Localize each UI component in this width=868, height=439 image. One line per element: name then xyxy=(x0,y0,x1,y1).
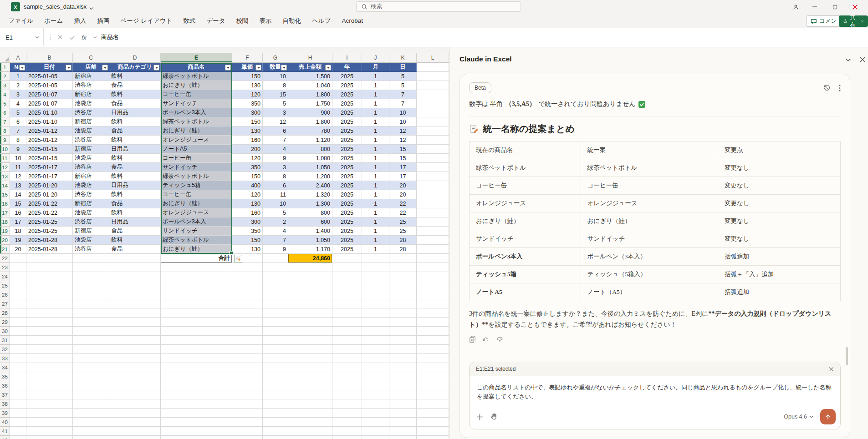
account-button[interactable] xyxy=(786,0,805,14)
cell-C25[interactable] xyxy=(73,281,109,290)
cell-C35[interactable] xyxy=(73,372,109,381)
more-options-icon[interactable] xyxy=(839,84,841,92)
cell-B7[interactable]: 2025-01-10 xyxy=(26,117,73,126)
cell-J30[interactable] xyxy=(362,327,389,336)
close-button[interactable] xyxy=(845,0,864,14)
document-title[interactable]: sample_sales_data.xlsx xyxy=(24,3,87,10)
cell-H36[interactable] xyxy=(288,381,332,390)
cell-E2[interactable]: 緑茶ペットボトル xyxy=(161,72,232,81)
ribbon-tab[interactable]: 表示 xyxy=(254,14,277,28)
cell-I10[interactable]: 2025 xyxy=(332,145,362,154)
cell-L10[interactable] xyxy=(417,145,449,154)
row-header-2[interactable]: 2 xyxy=(0,72,10,81)
cell-G29[interactable] xyxy=(263,318,288,327)
cell-B5[interactable]: 2025-01-07 xyxy=(26,99,73,108)
col-header-J[interactable]: J xyxy=(362,53,389,63)
ribbon-tab[interactable]: ページ レイアウト xyxy=(115,14,178,28)
cell-K25[interactable] xyxy=(389,281,417,290)
cell-G23[interactable] xyxy=(263,263,288,272)
cell-L39[interactable] xyxy=(417,409,449,418)
cell-C36[interactable] xyxy=(73,381,109,390)
cell-D25[interactable] xyxy=(109,281,161,290)
cell-L13[interactable] xyxy=(417,172,449,181)
row-header-12[interactable]: 12 xyxy=(0,163,10,172)
cell-L25[interactable] xyxy=(417,281,449,290)
cell-F33[interactable] xyxy=(232,354,263,363)
cell-A17[interactable]: 16 xyxy=(10,208,26,217)
cell-I17[interactable]: 2025 xyxy=(332,208,362,217)
cell-E25[interactable] xyxy=(161,281,232,290)
cell-G26[interactable] xyxy=(263,290,288,299)
cell-A14[interactable]: 13 xyxy=(10,181,26,190)
col-header-C[interactable]: C xyxy=(73,53,109,63)
cell-K14[interactable]: 20 xyxy=(389,181,417,190)
cell-D17[interactable]: 飲料 xyxy=(109,208,161,217)
cell-J16[interactable]: 1 xyxy=(362,199,389,208)
cell-C13[interactable]: 新宿店 xyxy=(73,172,109,181)
cell-G13[interactable]: 8 xyxy=(263,172,288,181)
cell-H37[interactable] xyxy=(288,390,332,399)
cell-G16[interactable]: 10 xyxy=(263,199,288,208)
cell-K42[interactable] xyxy=(389,436,417,439)
cell-I25[interactable] xyxy=(332,281,362,290)
cell-J42[interactable] xyxy=(362,436,389,439)
cell-H34[interactable] xyxy=(288,363,332,372)
row-header-13[interactable]: 13 xyxy=(0,172,10,181)
cell-F16[interactable]: 130 xyxy=(232,199,263,208)
cell-H7[interactable]: 1,800 xyxy=(288,117,332,126)
cell-I4[interactable]: 2025 xyxy=(332,90,362,99)
cell-B27[interactable] xyxy=(26,299,73,308)
cell-C16[interactable]: 新宿店 xyxy=(73,199,109,208)
cell-I14[interactable]: 2025 xyxy=(332,181,362,190)
cell-H12[interactable]: 1,050 xyxy=(288,163,332,172)
confirm-entry-icon[interactable] xyxy=(69,35,75,40)
cell-B39[interactable] xyxy=(26,409,73,418)
row-header-41[interactable]: 41 xyxy=(0,427,10,436)
cell-F3[interactable]: 130 xyxy=(232,81,263,90)
cell-I7[interactable]: 2025 xyxy=(332,117,362,126)
cell-I21[interactable]: 2025 xyxy=(332,245,362,254)
cell-F25[interactable] xyxy=(232,281,263,290)
cell-K28[interactable] xyxy=(389,308,417,318)
filter-dropdown-icon[interactable] xyxy=(225,65,231,71)
cell-A24[interactable] xyxy=(10,272,26,281)
cell-L7[interactable] xyxy=(417,117,449,126)
cell-F34[interactable] xyxy=(232,363,263,372)
cell-D5[interactable]: 食品 xyxy=(109,99,161,108)
cell-L1[interactable] xyxy=(417,63,449,72)
flash-fill-options-icon[interactable] xyxy=(234,255,242,263)
cell-F4[interactable]: 120 xyxy=(232,90,263,99)
cell-B34[interactable] xyxy=(26,363,73,372)
cell-K24[interactable] xyxy=(389,272,417,281)
cell-L42[interactable] xyxy=(417,436,449,439)
col-header-D[interactable]: D xyxy=(109,53,161,63)
cell-I9[interactable]: 2025 xyxy=(332,136,362,145)
cell-G22[interactable] xyxy=(263,254,288,263)
ribbon-tab[interactable]: ヘルプ xyxy=(306,14,336,28)
cell-E38[interactable] xyxy=(161,399,232,409)
cell-C1[interactable]: 店舗 xyxy=(73,63,109,72)
cell-B4[interactable]: 2025-01-07 xyxy=(26,90,73,99)
cell-I18[interactable]: 2025 xyxy=(332,217,362,227)
cell-E22[interactable]: 合計 xyxy=(161,254,232,263)
cell-E41[interactable] xyxy=(161,427,232,436)
cell-K40[interactable] xyxy=(389,418,417,427)
cell-F1[interactable]: 単価 xyxy=(232,63,263,72)
cell-K3[interactable]: 5 xyxy=(389,81,417,90)
cell-A22[interactable] xyxy=(10,254,26,263)
cell-B29[interactable] xyxy=(26,318,73,327)
cell-L17[interactable] xyxy=(417,208,449,217)
cell-L31[interactable] xyxy=(417,336,449,345)
cell-I27[interactable] xyxy=(332,299,362,308)
insert-function-button[interactable]: fx xyxy=(82,34,87,41)
cell-J26[interactable] xyxy=(362,290,389,299)
cell-J28[interactable] xyxy=(362,308,389,318)
cell-I30[interactable] xyxy=(332,327,362,336)
cell-J31[interactable] xyxy=(362,336,389,345)
cell-L24[interactable] xyxy=(417,272,449,281)
cell-E5[interactable]: サンドイッチ xyxy=(161,99,232,108)
attach-plus-icon[interactable] xyxy=(476,413,484,421)
cell-A6[interactable]: 5 xyxy=(10,108,26,117)
cell-H11[interactable]: 1,080 xyxy=(288,154,332,163)
cell-L37[interactable] xyxy=(417,390,449,399)
